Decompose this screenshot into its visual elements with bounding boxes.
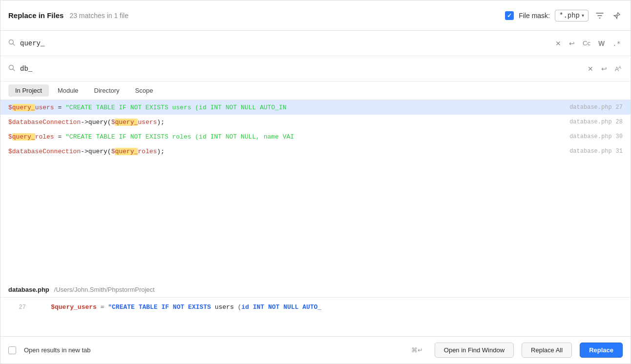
file-mask-dropdown-icon: ▾ — [582, 13, 584, 18]
result-row[interactable]: $databaseConnection->query($query_roles)… — [0, 144, 631, 159]
result-row[interactable]: $query_roles = "CREATE TABLE IF NOT EXIS… — [0, 129, 631, 144]
result-file: database.php — [569, 104, 611, 111]
footer: Open results in new tab ⌘↵ Open in Find … — [0, 336, 631, 364]
regex-button[interactable]: .* — [610, 39, 623, 48]
replace-row: db_ ✕ ↩ AA — [0, 56, 631, 81]
result-file: database.php — [569, 148, 611, 155]
result-line: 30 — [616, 133, 623, 140]
file-mask-value: *.php — [559, 12, 580, 20]
scope-tabs: In Project Module Directory Scope — [0, 81, 631, 100]
result-line: 31 — [616, 148, 623, 155]
whole-word-button[interactable]: W — [596, 39, 607, 48]
find-search-icon — [8, 39, 15, 47]
file-path-name: database.php — [8, 286, 49, 293]
tab-directory[interactable]: Directory — [87, 84, 126, 97]
tab-scope[interactable]: Scope — [128, 84, 160, 97]
filter-button[interactable] — [593, 9, 606, 22]
file-mask-label: File mask: — [519, 12, 550, 20]
replace-in-files-panel: Replace in Files 23 matches in 1 file Fi… — [0, 0, 631, 364]
result-row[interactable]: $query_users = "CREATE TABLE IF NOT EXIS… — [0, 100, 631, 115]
result-line: 27 — [616, 104, 623, 111]
preview-code-line: 27 $query_users = "CREATE TABLE IF NOT E… — [0, 303, 631, 312]
tab-in-project[interactable]: In Project — [8, 84, 49, 97]
svg-line-1 — [13, 44, 15, 46]
result-code: $query_users = "CREATE TABLE IF NOT EXIS… — [8, 104, 562, 111]
result-file: database.php — [569, 119, 611, 125]
replace-button[interactable]: Replace — [580, 343, 623, 358]
result-code: $databaseConnection->query($query_users)… — [8, 119, 562, 126]
replace-actions: ✕ ↩ AA — [586, 64, 623, 74]
file-mask-checkbox[interactable] — [505, 11, 514, 20]
open-find-window-button[interactable]: Open in Find Window — [435, 343, 514, 358]
case-sensitive-button[interactable]: Cc — [581, 39, 592, 48]
open-new-tab-label: Open results in new tab — [24, 346, 403, 354]
panel-title: Replace in Files — [8, 11, 63, 20]
find-undo-button[interactable]: ↩ — [567, 39, 577, 48]
pin-icon — [613, 12, 621, 20]
replace-clear-button[interactable]: ✕ — [586, 64, 595, 74]
replace-input[interactable]: db_ — [20, 65, 586, 73]
header: Replace in Files 23 matches in 1 file Fi… — [0, 0, 631, 31]
result-code: $query_roles = "CREATE TABLE IF NOT EXIS… — [8, 133, 562, 141]
filter-icon — [595, 11, 604, 20]
pin-button[interactable] — [611, 10, 623, 21]
find-clear-button[interactable]: ✕ — [553, 39, 563, 48]
preserve-case-button[interactable]: AA — [613, 64, 623, 74]
file-path-dir: /Users/John.Smith/PhpstormProject — [54, 286, 155, 293]
result-row[interactable]: $databaseConnection->query($query_users)… — [0, 115, 631, 129]
replace-undo-button[interactable]: ↩ — [599, 64, 609, 74]
replace-search-icon — [8, 64, 15, 73]
file-path-row: database.php /Users/John.Smith/PhpstormP… — [0, 282, 631, 297]
match-count: 23 matches in 1 file — [69, 12, 505, 20]
find-actions: ✕ ↩ Cc W .* — [553, 39, 623, 48]
header-actions: File mask: *.php ▾ — [505, 9, 623, 22]
result-file: database.php — [569, 133, 611, 140]
preview-code-content: $query_users = "CREATE TABLE IF NOT EXIS… — [36, 303, 321, 311]
result-line: 28 — [616, 119, 623, 125]
svg-line-3 — [13, 69, 15, 71]
preview-line-number: 27 — [8, 304, 26, 311]
find-input[interactable]: query_ — [20, 40, 553, 47]
open-new-tab-checkbox[interactable] — [8, 346, 16, 354]
results-list[interactable]: $query_users = "CREATE TABLE IF NOT EXIS… — [0, 100, 631, 282]
find-row: query_ ✕ ↩ Cc W .* — [0, 31, 631, 56]
file-mask-input[interactable]: *.php ▾ — [555, 10, 589, 21]
replace-all-button[interactable]: Replace All — [522, 343, 572, 358]
shortcut-hint: ⌘↵ — [411, 346, 423, 354]
result-code: $databaseConnection->query($query_roles)… — [8, 148, 562, 155]
tab-module[interactable]: Module — [51, 84, 85, 97]
code-preview: 27 $query_users = "CREATE TABLE IF NOT E… — [0, 297, 631, 336]
